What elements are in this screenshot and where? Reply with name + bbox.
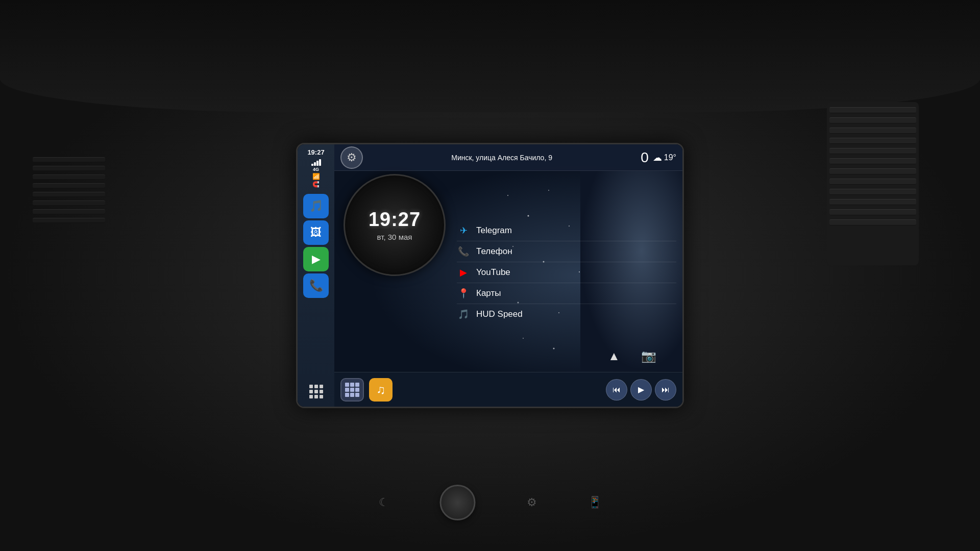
temperature-display: 19° (664, 153, 676, 162)
vent-slat (33, 157, 105, 162)
signal-bar-4 (319, 159, 321, 166)
vent-slat (829, 189, 916, 195)
forward-icon: ⏭ (662, 385, 670, 394)
grid-square (345, 393, 349, 397)
vent-slat (829, 128, 916, 134)
grid-square (355, 393, 359, 397)
app-name-youtube: YouTube (476, 267, 510, 278)
vent-slat (829, 199, 916, 205)
gallery-icon: 🖼 (310, 226, 322, 239)
media-controls: ⏮ ▶ ⏭ (606, 379, 676, 400)
vent-slat (829, 168, 916, 174)
grid-dot (320, 385, 323, 388)
sidebar-grid-button[interactable] (303, 380, 329, 403)
signal-bar-2 (314, 162, 316, 166)
app-name-maps: Карты (476, 288, 501, 298)
settings-button[interactable]: ⚙ (527, 496, 537, 509)
top-bar: ⚙ Минск, улица Алеся Бачило, 9 0 ☁ 19° (334, 144, 682, 171)
main-screen: 19:27 4G 📶 🧲 🎵 🖼 ▶ (296, 143, 684, 408)
address-display: Минск, улица Алеся Бачило, 9 (368, 154, 635, 162)
signal-bar-3 (316, 161, 318, 166)
vent-slat (33, 192, 105, 197)
app-item-youtube[interactable]: ▶ YouTube (457, 262, 676, 283)
vent-slat (33, 218, 105, 223)
vent-left (31, 153, 107, 281)
app-name-phone: Телефон (476, 246, 512, 257)
app-item-phone[interactable]: 📞 Телефон (457, 241, 676, 262)
weather-widget: ☁ 19° (653, 152, 676, 163)
grid-icon (309, 385, 323, 398)
phone-button[interactable]: 📱 (588, 496, 602, 509)
music-icon: 🎵 (309, 199, 323, 213)
vent-right (827, 102, 919, 265)
sidebar-btn-music[interactable]: 🎵 (303, 194, 329, 218)
clock-time: 19:27 (369, 209, 421, 231)
sidebar-btn-video[interactable]: ▶ (303, 247, 329, 271)
settings-gear-button[interactable]: ⚙ (340, 146, 363, 169)
signal-bar-1 (311, 164, 313, 166)
vent-slat (33, 201, 105, 206)
music-app-icon: ♫ (376, 383, 385, 397)
bluetooth-icon: 🧲 (312, 181, 320, 188)
phone-app-icon: 📞 (457, 245, 470, 258)
grid-square (345, 383, 349, 387)
grid-dot (320, 395, 323, 398)
video-icon: ▶ (312, 253, 321, 266)
grid-square (350, 383, 354, 387)
grid-dot (314, 385, 318, 388)
screen-main: ⚙ Минск, улица Алеся Бачило, 9 0 ☁ 19° 1… (334, 144, 682, 407)
bottom-bar: ♫ ⏮ ▶ ⏭ (334, 372, 682, 407)
apps-grid-icon (345, 383, 359, 397)
telegram-icon: ✈ (457, 224, 470, 237)
vent-slat (829, 107, 916, 113)
sidebar-btn-phone[interactable]: 📞 (303, 273, 329, 298)
maps-icon: 📍 (457, 287, 470, 300)
rewind-button[interactable]: ⏮ (606, 379, 627, 400)
grid-dot (314, 390, 318, 393)
vent-slat (33, 166, 105, 171)
sidebar: 19:27 4G 📶 🧲 🎵 🖼 ▶ (298, 144, 334, 407)
app-item-telegram[interactable]: ✈ Telegram (457, 220, 676, 241)
app-item-hud[interactable]: 🎵 HUD Speed (457, 304, 676, 324)
app-name-telegram: Telegram (476, 226, 512, 236)
vent-slat (829, 179, 916, 185)
wifi-icon: 📶 (312, 173, 320, 180)
volume-knob[interactable] (440, 485, 476, 520)
vent-slat (829, 209, 916, 215)
vent-slat (33, 209, 105, 214)
clock-widget: 19:27 вт, 30 мая (344, 174, 446, 276)
app-name-hud: HUD Speed (476, 309, 523, 319)
grid-dot (320, 390, 323, 393)
grid-square (345, 388, 349, 392)
signal-icons: 4G 📶 🧲 (311, 159, 321, 188)
vent-slat (829, 158, 916, 164)
sidebar-btn-gallery[interactable]: 🖼 (303, 220, 329, 245)
clock-date: вт, 30 мая (377, 233, 412, 241)
forward-button[interactable]: ⏭ (655, 379, 676, 400)
play-icon: ▶ (638, 385, 644, 394)
brightness-button[interactable]: ☾ (379, 496, 389, 509)
grid-dot (314, 395, 318, 398)
app-item-maps[interactable]: 📍 Карты (457, 283, 676, 304)
cloud-icon: ☁ (653, 152, 662, 163)
music-app-button[interactable]: ♫ (369, 378, 393, 402)
vent-slat (829, 138, 916, 144)
vent-slat (33, 174, 105, 180)
hud-icon: 🎵 (457, 308, 470, 321)
grid-square (355, 383, 359, 387)
grid-dot (309, 385, 313, 388)
app-list: ✈ Telegram 📞 Телефон ▶ YouTube 📍 Карты 🎵 (436, 174, 676, 371)
apps-grid-button[interactable] (340, 378, 364, 402)
grid-dot (309, 390, 313, 393)
4g-badge: 4G (313, 167, 319, 172)
vent-slat (829, 148, 916, 154)
play-button[interactable]: ▶ (630, 379, 652, 400)
youtube-icon: ▶ (457, 266, 470, 279)
sidebar-time: 19:27 (307, 148, 324, 156)
vent-slat (829, 117, 916, 123)
car-background: 19:27 4G 📶 🧲 🎵 🖼 ▶ (0, 0, 980, 551)
vent-slat (829, 219, 916, 226)
grid-dot (309, 395, 313, 398)
physical-controls: ☾ ⚙ 📱 (379, 485, 602, 520)
phone-sidebar-icon: 📞 (309, 279, 323, 292)
